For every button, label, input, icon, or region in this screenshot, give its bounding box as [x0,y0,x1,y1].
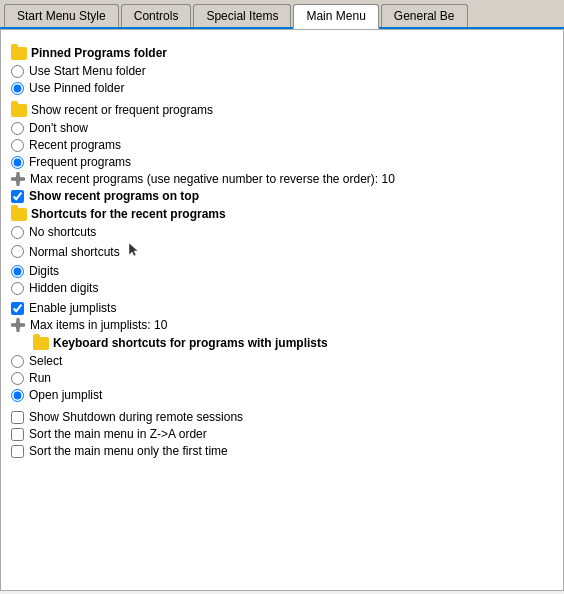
recent-folder-icon [11,104,27,117]
no-shortcuts-row: No shortcuts [11,225,553,239]
sort-z-a-checkbox[interactable] [11,428,24,441]
sort-first-time-label: Sort the main menu only the first time [29,444,228,458]
open-jumplist-row: Open jumplist [11,388,553,402]
pinned-folder-header: Pinned Programs folder [11,46,553,60]
use-start-menu-radio[interactable] [11,65,24,78]
normal-shortcuts-radio[interactable] [11,245,24,258]
digits-radio[interactable] [11,265,24,278]
show-recent-top-checkbox[interactable] [11,190,24,203]
use-pinned-row: Use Pinned folder [11,81,553,95]
enable-jumplists-checkbox[interactable] [11,302,24,315]
svg-marker-0 [129,243,138,256]
hidden-digits-row: Hidden digits [11,281,553,295]
recent-programs-row: Recent programs [11,138,553,152]
max-items-row: Max items in jumplists: 10 [11,318,553,332]
show-shutdown-label: Show Shutdown during remote sessions [29,410,243,424]
keyboard-shortcuts-label: Keyboard shortcuts for programs with jum… [53,336,328,350]
no-shortcuts-radio[interactable] [11,226,24,239]
keyboard-folder-icon [33,337,49,350]
run-row: Run [11,371,553,385]
frequent-programs-radio[interactable] [11,156,24,169]
sort-z-a-row: Sort the main menu in Z->A order [11,427,553,441]
max-recent-row: Max recent programs (use negative number… [11,172,553,186]
folder-icon [11,47,27,60]
max-items-label: Max items in jumplists: 10 [30,318,167,332]
use-start-menu-row: Use Start Menu folder [11,64,553,78]
pinned-folder-label: Pinned Programs folder [31,46,167,60]
open-jumplist-label: Open jumplist [29,388,102,402]
digits-row: Digits [11,264,553,278]
tab-bar: Start Menu Style Controls Special Items … [0,0,564,29]
tab-main-menu[interactable]: Main Menu [293,4,378,29]
use-pinned-label: Use Pinned folder [29,81,124,95]
dont-show-row: Don't show [11,121,553,135]
tab-start-menu-style[interactable]: Start Menu Style [4,4,119,27]
settings-icon-max-recent [11,172,25,186]
recent-frequent-label: Show recent or frequent programs [31,103,213,117]
content-panel: Pinned Programs folder Use Start Menu fo… [0,29,564,591]
frequent-programs-row: Frequent programs [11,155,553,169]
max-recent-label: Max recent programs (use negative number… [30,172,395,186]
show-shutdown-checkbox[interactable] [11,411,24,424]
sort-first-time-checkbox[interactable] [11,445,24,458]
enable-jumplists-label: Enable jumplists [29,301,116,315]
select-label: Select [29,354,62,368]
normal-shortcuts-row: Normal shortcuts [11,242,553,261]
hidden-digits-label: Hidden digits [29,281,98,295]
sort-z-a-label: Sort the main menu in Z->A order [29,427,207,441]
dont-show-label: Don't show [29,121,88,135]
tab-special-items[interactable]: Special Items [193,4,291,27]
show-recent-top-row: Show recent programs on top [11,189,553,203]
use-pinned-radio[interactable] [11,82,24,95]
select-radio[interactable] [11,355,24,368]
use-start-menu-label: Use Start Menu folder [29,64,146,78]
shortcuts-folder-icon [11,208,27,221]
run-label: Run [29,371,51,385]
sort-first-time-row: Sort the main menu only the first time [11,444,553,458]
frequent-programs-label: Frequent programs [29,155,131,169]
recent-programs-radio[interactable] [11,139,24,152]
enable-jumplists-row: Enable jumplists [11,301,553,315]
select-row: Select [11,354,553,368]
run-radio[interactable] [11,372,24,385]
shortcuts-header: Shortcuts for the recent programs [11,207,553,221]
hidden-digits-radio[interactable] [11,282,24,295]
dont-show-radio[interactable] [11,122,24,135]
recent-programs-label: Recent programs [29,138,121,152]
tab-controls[interactable]: Controls [121,4,192,27]
normal-shortcuts-label: Normal shortcuts [29,245,120,259]
show-recent-top-label: Show recent programs on top [29,189,199,203]
open-jumplist-radio[interactable] [11,389,24,402]
shortcuts-label: Shortcuts for the recent programs [31,207,226,221]
no-shortcuts-label: No shortcuts [29,225,96,239]
tab-general-be[interactable]: General Be [381,4,468,27]
show-shutdown-row: Show Shutdown during remote sessions [11,410,553,424]
keyboard-shortcuts-header: Keyboard shortcuts for programs with jum… [33,336,553,350]
cursor-icon [127,242,141,261]
recent-frequent-header: Show recent or frequent programs [11,103,553,117]
digits-label: Digits [29,264,59,278]
settings-icon-max-items [11,318,25,332]
